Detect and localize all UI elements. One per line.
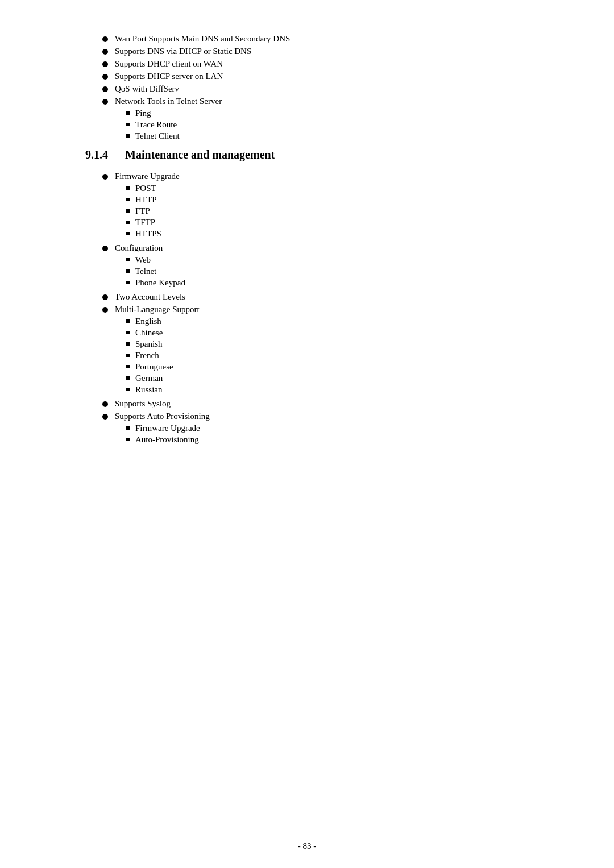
sub-item-text: HTTPS (135, 229, 529, 239)
sub-bullet-icon (126, 221, 130, 224)
sub-item-text: Ping (135, 109, 529, 118)
bullet-item-text: Multi-Language SupportEnglishChineseSpan… (115, 305, 529, 396)
sub-item-text: Trace Route (135, 120, 529, 130)
sub-bullet-icon (126, 198, 130, 201)
sub-list: WebTelnetPhone Keypad (115, 255, 529, 288)
top-bullet-item: QoS with DiffServ (85, 84, 529, 94)
page-footer: - 83 - (85, 830, 529, 868)
sub-list-item: Chinese (115, 328, 529, 338)
sub-list-item: Russian (115, 385, 529, 394)
sub-item-text: Telnet Client (135, 131, 529, 141)
bullet-item-text: ConfigurationWebTelnetPhone Keypad (115, 243, 529, 289)
sub-bullet-icon (126, 281, 130, 284)
sub-item-text: Portuguese (135, 362, 529, 372)
sub-item-text: Phone Keypad (135, 278, 529, 288)
bullet-item-text: QoS with DiffServ (115, 84, 529, 94)
sub-list: EnglishChineseSpanishFrenchPortugueseGer… (115, 317, 529, 394)
sub-bullet-icon (126, 209, 130, 213)
sub-bullet-icon (126, 426, 130, 430)
top-bullet-item: Supports DHCP client on WAN (85, 59, 529, 69)
bullet-dot-icon (102, 61, 108, 67)
sub-item-text: Auto-Provisioning (135, 435, 529, 445)
sub-item-text: FTP (135, 206, 529, 216)
bullet-dot-icon (102, 74, 108, 80)
sub-item-text: Web (135, 255, 529, 265)
bullet-item-text: Supports DHCP client on WAN (115, 59, 529, 69)
bullet-item-text: Supports Syslog (115, 399, 529, 409)
top-bullet-item: Wan Port Supports Main DNS and Secondary… (85, 34, 529, 44)
sub-list-item: Trace Route (115, 120, 529, 130)
top-bullet-item: Network Tools in Telnet ServerPingTrace … (85, 97, 529, 143)
main-bullet-item: Multi-Language SupportEnglishChineseSpan… (85, 305, 529, 396)
sub-item-text: TFTP (135, 218, 529, 227)
bullet-dot-icon (102, 174, 108, 180)
sub-list-item: FTP (115, 206, 529, 216)
sub-item-text: German (135, 373, 529, 383)
sub-bullet-icon (126, 232, 130, 235)
sub-list-item: Firmware Upgrade (115, 423, 529, 433)
sub-bullet-icon (126, 269, 130, 273)
sub-item-text: English (135, 317, 529, 326)
sub-bullet-icon (126, 319, 130, 323)
bullet-item-text: Supports Auto ProvisioningFirmware Upgra… (115, 412, 529, 446)
sub-bullet-icon (126, 354, 130, 357)
bullet-item-text: Supports DHCP server on LAN (115, 72, 529, 81)
bullet-dot-icon (102, 99, 108, 105)
main-bullet-list: Firmware UpgradePOSTHTTPFTPTFTPHTTPSConf… (85, 172, 529, 446)
sub-list-item: TFTP (115, 218, 529, 227)
bullet-dot-icon (102, 49, 108, 55)
sub-list-item: Telnet Client (115, 131, 529, 141)
top-bullet-list: Wan Port Supports Main DNS and Secondary… (85, 34, 529, 143)
sub-item-text: Spanish (135, 339, 529, 349)
section-number: 9.1.4 (85, 148, 108, 161)
sub-bullet-icon (126, 111, 130, 115)
sub-bullet-icon (126, 258, 130, 261)
bullet-dot-icon (102, 246, 108, 251)
sub-list-item: Phone Keypad (115, 278, 529, 288)
main-bullet-item: Firmware UpgradePOSTHTTPFTPTFTPHTTPS (85, 172, 529, 240)
main-bullet-item: Two Account Levels (85, 292, 529, 302)
top-bullet-item: Supports DHCP server on LAN (85, 72, 529, 81)
bullet-dot-icon (102, 86, 108, 92)
sub-item-text: Russian (135, 385, 529, 394)
sub-list-item: German (115, 373, 529, 383)
sub-list-item: Ping (115, 109, 529, 118)
sub-bullet-icon (126, 438, 130, 441)
main-bullet-item: ConfigurationWebTelnetPhone Keypad (85, 243, 529, 289)
sub-list-item: HTTPS (115, 229, 529, 239)
section-title: Maintenance and management (125, 148, 275, 161)
sub-bullet-icon (126, 186, 130, 190)
sub-item-text: Firmware Upgrade (135, 423, 529, 433)
sub-item-text: Chinese (135, 328, 529, 338)
sub-list: POSTHTTPFTPTFTPHTTPS (115, 184, 529, 239)
bullet-item-text: Two Account Levels (115, 292, 529, 302)
sub-bullet-icon (126, 388, 130, 391)
sub-list: PingTrace RouteTelnet Client (115, 109, 529, 141)
bullet-item-text: Firmware UpgradePOSTHTTPFTPTFTPHTTPS (115, 172, 529, 240)
sub-item-text: HTTP (135, 195, 529, 205)
bullet-item-text: Supports DNS via DHCP or Static DNS (115, 47, 529, 56)
sub-item-text: Telnet (135, 267, 529, 276)
sub-item-text: POST (135, 184, 529, 193)
section-heading: 9.1.4 Maintenance and management (85, 148, 529, 161)
main-bullet-item: Supports Syslog (85, 399, 529, 409)
bullet-dot-icon (102, 414, 108, 420)
sub-bullet-icon (126, 342, 130, 346)
sub-list-item: French (115, 351, 529, 360)
sub-bullet-icon (126, 376, 130, 380)
top-bullet-item: Supports DNS via DHCP or Static DNS (85, 47, 529, 56)
sub-bullet-icon (126, 365, 130, 368)
main-bullet-item: Supports Auto ProvisioningFirmware Upgra… (85, 412, 529, 446)
sub-list-item: Auto-Provisioning (115, 435, 529, 445)
sub-list-item: HTTP (115, 195, 529, 205)
page-number: - 83 - (298, 841, 317, 850)
bullet-dot-icon (102, 401, 108, 407)
sub-item-text: French (135, 351, 529, 360)
bullet-dot-icon (102, 294, 108, 300)
sub-bullet-icon (126, 134, 130, 138)
sub-list-item: Portuguese (115, 362, 529, 372)
bullet-item-text: Wan Port Supports Main DNS and Secondary… (115, 34, 529, 44)
sub-list-item: Telnet (115, 267, 529, 276)
page-content: Wan Port Supports Main DNS and Secondary… (85, 0, 529, 830)
sub-list-item: English (115, 317, 529, 326)
